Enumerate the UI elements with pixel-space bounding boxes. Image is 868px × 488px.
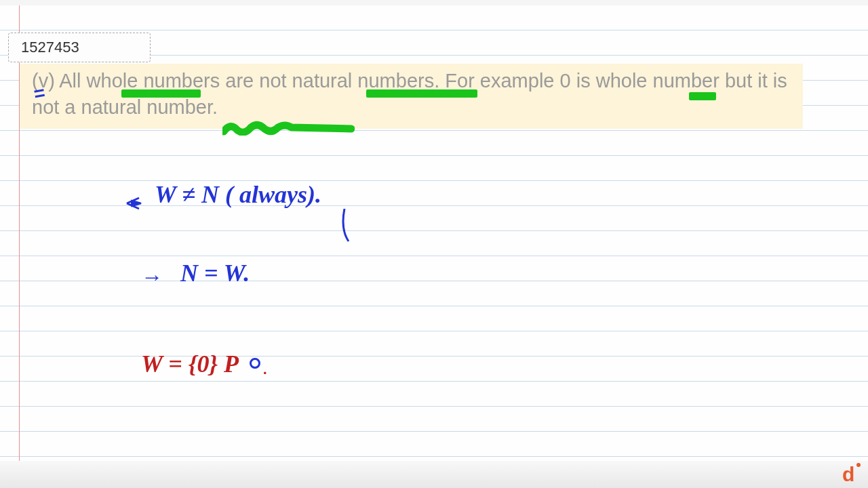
question-id: 1527453 <box>21 39 79 56</box>
notebook-paper: 1527453 (v) All whole numbers are not na… <box>0 5 868 461</box>
bottom-bar <box>0 461 868 488</box>
dot-text: . <box>263 361 267 378</box>
green-underline-1 <box>121 89 201 98</box>
handwriting-line-1-text: W ≠ N ( always). <box>155 181 321 208</box>
green-underline-2 <box>366 89 477 98</box>
cursor-circle-icon <box>250 358 260 369</box>
handwriting-line-1: W ≠ N ( always). <box>155 180 321 209</box>
handwriting-line-3-text: W = {0} P <box>141 350 239 378</box>
handwriting-line-3: W = {0} P <box>141 350 239 378</box>
handwriting-line-3-dot: . <box>263 361 267 378</box>
question-id-box: 1527453 <box>8 33 151 62</box>
arrow-text: → <box>141 264 163 289</box>
arrow-icon: → <box>141 264 163 289</box>
always-tail <box>339 209 353 246</box>
handwriting-line-2: N = W. <box>180 259 250 287</box>
doubtnut-logo-icon: d <box>838 461 863 485</box>
handwriting-line-2-text: N = W. <box>180 260 250 287</box>
green-underline-3 <box>689 92 716 100</box>
green-squiggle <box>222 121 355 136</box>
bullet-arrow-icon <box>124 194 143 213</box>
logo-letter: d <box>842 463 854 485</box>
svg-point-0 <box>856 463 861 467</box>
